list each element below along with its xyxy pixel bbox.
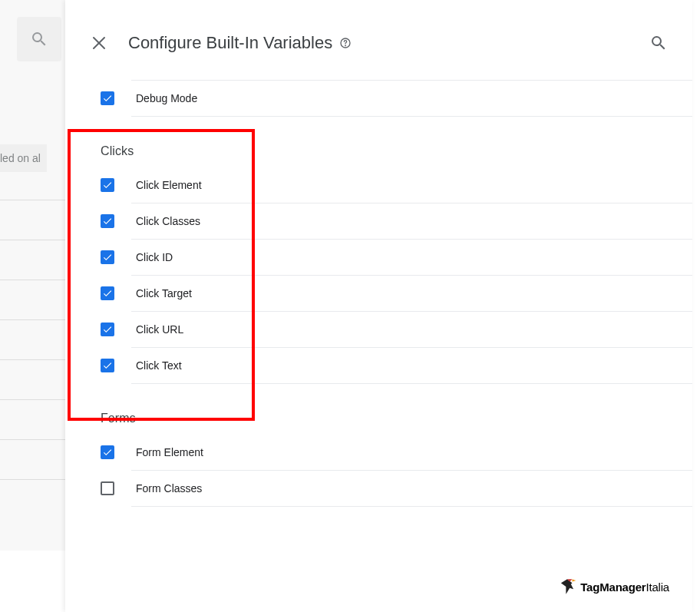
section-clicks: Clicks Click Element Click Classes Click… [81,117,692,384]
variable-row[interactable]: Debug Mode [131,80,692,117]
variable-row[interactable]: Form Element [131,435,692,471]
title-text: Configure Built-In Variables [128,33,332,53]
close-icon [90,34,108,52]
variable-row[interactable]: Click ID [131,240,692,276]
variable-label: Click ID [136,251,173,263]
page-title: Configure Built-In Variables [128,33,352,53]
variable-label: Debug Mode [136,92,197,104]
checkbox[interactable] [101,481,114,495]
checkbox[interactable] [101,178,114,192]
variable-label: Click Classes [136,215,200,227]
close-button[interactable] [84,28,114,58]
variable-label: Click URL [136,323,183,336]
section-title: Clicks [91,117,692,167]
help-icon[interactable] [338,36,352,50]
search-button[interactable] [643,28,674,58]
check-icon [102,324,113,335]
search-icon [30,30,48,48]
check-icon [102,93,113,104]
backdrop-truncated-text: led on al [0,144,47,172]
variable-row[interactable]: Click Target [131,276,692,312]
variable-row[interactable]: Click Classes [131,203,692,240]
backdrop-search-square [17,17,61,61]
checkbox[interactable] [101,323,114,336]
check-icon [102,360,113,371]
watermark-logo: TagManagerItalia [557,577,669,597]
checkbox[interactable] [101,286,114,300]
watermark-text: TagManagerItalia [580,581,669,594]
variable-label: Form Classes [136,482,202,495]
variable-row[interactable]: Click Text [131,348,692,384]
check-icon [102,180,113,190]
variable-row[interactable]: Click URL [131,312,692,348]
section-forms: Forms Form Element Form Classes [81,384,692,507]
check-icon [102,447,113,458]
variable-label: Form Element [136,446,203,458]
backdrop-rows [0,200,65,519]
checkbox[interactable] [101,214,114,228]
check-icon [102,252,113,263]
checkbox[interactable] [101,359,114,372]
variable-label: Click Text [136,359,182,372]
section-title: Forms [91,384,692,435]
variable-label: Click Target [136,287,192,299]
woodpecker-icon [557,577,577,597]
checkbox[interactable] [101,250,114,264]
variable-label: Click Element [136,179,202,191]
configure-variables-panel: Configure Built-In Variables Debug Mode … [65,0,692,612]
variable-row[interactable]: Click Element [131,167,692,203]
search-icon [649,34,668,52]
panel-content: Debug Mode Clicks Click Element Click Cl… [65,80,692,507]
variable-row[interactable]: Form Classes [131,471,692,507]
checkbox[interactable] [101,445,114,459]
check-icon [102,216,113,227]
panel-header: Configure Built-In Variables [65,0,692,80]
dimmed-backdrop: led on al [0,0,65,551]
checkbox[interactable] [101,91,114,105]
check-icon [102,288,113,299]
svg-point-3 [345,45,346,46]
